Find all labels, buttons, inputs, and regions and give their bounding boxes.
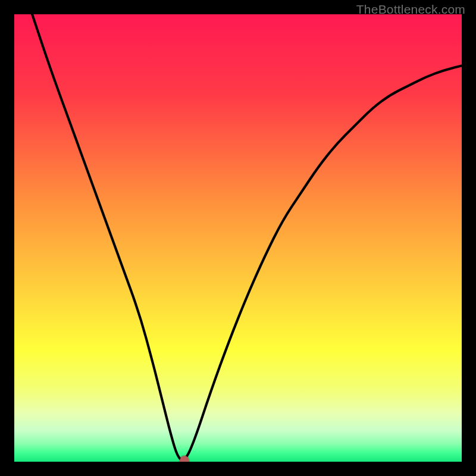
watermark-text: TheBottleneck.com (356, 2, 465, 17)
chart-frame: TheBottleneck.com (0, 0, 476, 476)
optimum-marker (180, 456, 189, 462)
plot-area (14, 14, 462, 462)
bottleneck-curve (14, 14, 462, 462)
